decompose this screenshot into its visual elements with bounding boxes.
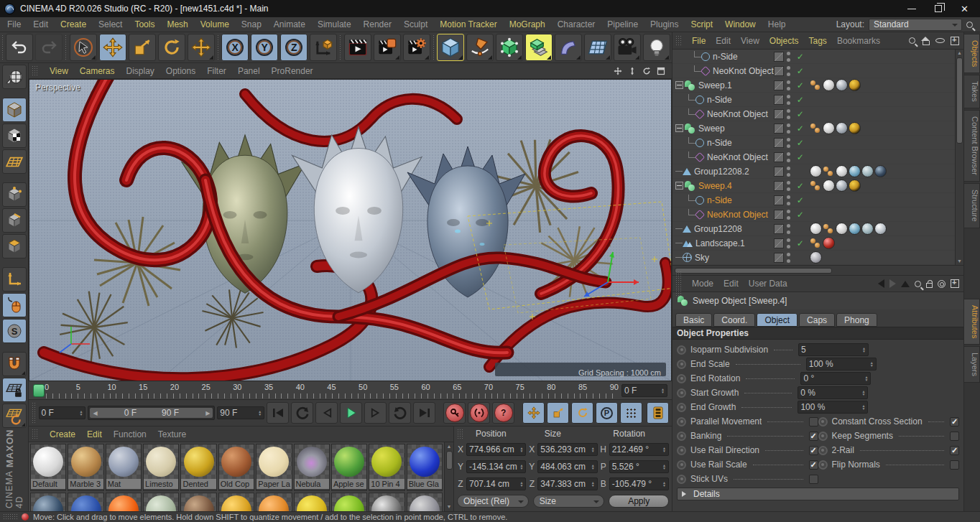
material-item[interactable] (30, 493, 66, 511)
om-grip[interactable] (675, 35, 682, 47)
om-menu-edit[interactable]: Edit (716, 36, 731, 46)
render-to-picture-viewer-button[interactable] (374, 34, 401, 61)
texture-tag[interactable] (836, 122, 848, 134)
om-add-icon[interactable] (951, 37, 959, 45)
menu-sculpt[interactable]: Sculpt (404, 19, 427, 29)
keyframe-circle-icon[interactable] (677, 360, 686, 369)
visibility-dots[interactable] (787, 52, 792, 62)
redo-button[interactable] (35, 34, 63, 61)
keyframe-circle-icon[interactable] (677, 446, 686, 455)
viewport-menu-grip[interactable] (32, 65, 38, 77)
am-add-icon[interactable] (951, 279, 959, 288)
viewport-rotate-icon[interactable] (642, 66, 652, 76)
add-cube-button[interactable] (437, 34, 464, 61)
texture-mode-button[interactable] (2, 123, 27, 148)
previous-frame-button[interactable] (315, 402, 338, 424)
keyframe-circle-icon[interactable] (677, 475, 686, 484)
viewport-pan-icon[interactable] (613, 66, 623, 76)
spinner-icon[interactable] (79, 410, 83, 416)
material-item[interactable] (294, 493, 330, 511)
enabled-check[interactable] (795, 152, 805, 162)
visibility-dots[interactable] (787, 181, 792, 191)
object-row[interactable]: n-Side (672, 50, 955, 64)
spinner-icon[interactable] (662, 481, 666, 487)
material-item[interactable] (407, 493, 443, 511)
spinner-icon[interactable] (862, 347, 866, 353)
minimize-icon[interactable] (907, 9, 916, 9)
keyframe-circle-icon[interactable] (677, 403, 686, 412)
record-keyframe-button[interactable] (443, 402, 466, 424)
object-row[interactable]: n-Side (672, 136, 955, 150)
menu-animate[interactable]: Animate (274, 19, 305, 29)
two-rail-checkbox[interactable] (950, 446, 959, 455)
scroll-thumb[interactable] (446, 451, 453, 470)
menu-edit[interactable]: Edit (33, 19, 48, 29)
texture-tag[interactable] (849, 79, 861, 91)
om-menu-tags[interactable]: Tags (809, 36, 827, 46)
spinner-icon[interactable] (870, 361, 874, 367)
material-item[interactable] (218, 493, 254, 511)
am-forward-icon[interactable] (889, 279, 896, 288)
menu-mesh[interactable]: Mesh (167, 19, 188, 29)
keyframe-circle-icon[interactable] (677, 417, 686, 427)
object-row[interactable]: Sweep (672, 121, 955, 136)
spinner-icon[interactable] (519, 447, 523, 452)
layer-toggle[interactable] (774, 80, 784, 90)
toolbar-grip[interactable] (217, 34, 219, 60)
keyframe-circle-icon[interactable] (677, 374, 686, 383)
menu-window[interactable]: Window (725, 19, 756, 29)
vp-menu-panel[interactable]: Panel (238, 66, 260, 76)
subdivision-surface-button[interactable] (496, 34, 523, 61)
compositing-tag[interactable] (810, 79, 822, 91)
visibility-dots[interactable] (787, 66, 792, 76)
enabled-check[interactable] (795, 238, 805, 248)
keying-settings-button[interactable] (647, 402, 669, 424)
object-row[interactable]: Group12208.2 (672, 164, 955, 179)
spinner-icon[interactable] (861, 404, 865, 410)
constant-cross-section-checkbox[interactable] (950, 417, 959, 427)
menu-mograph[interactable]: MoGraph (509, 19, 545, 29)
texture-tag[interactable] (849, 122, 861, 134)
material-item[interactable]: Dented (180, 444, 216, 491)
om-menu-objects[interactable]: Objects (769, 36, 799, 46)
layer-toggle[interactable] (774, 210, 784, 220)
material-item[interactable]: Paper La (256, 444, 292, 491)
material-item[interactable]: Marble 3 (68, 444, 103, 491)
position-x-field[interactable]: 774.966 cm (466, 443, 526, 456)
am-parent-icon[interactable] (901, 281, 910, 287)
material-item[interactable]: Limesto (143, 444, 179, 491)
object-row[interactable]: Group12208 (672, 222, 955, 236)
material-scrollbar[interactable]: ▲ ▼ (444, 442, 453, 511)
texture-tag[interactable] (849, 165, 861, 177)
layer-toggle[interactable] (774, 238, 784, 248)
end-frame-field[interactable]: 90 F (217, 406, 264, 419)
next-key-button[interactable] (389, 402, 411, 424)
material-item[interactable]: Apple se (331, 444, 367, 491)
spinner-icon[interactable] (519, 464, 523, 470)
visibility-dots[interactable] (787, 167, 792, 177)
enabled-check[interactable] (795, 123, 805, 134)
end-growth-field[interactable]: 100 % (798, 401, 868, 414)
om-menu-bookmarks[interactable]: Bookmarks (837, 36, 880, 46)
restore-icon[interactable] (935, 5, 942, 12)
start-growth-field[interactable]: 0 % (798, 386, 868, 399)
model-mode-button[interactable] (2, 98, 27, 122)
camera-button[interactable] (614, 34, 641, 61)
am-lock-icon[interactable] (926, 283, 933, 288)
edges-mode-button[interactable] (2, 208, 27, 233)
previous-key-button[interactable] (291, 402, 313, 424)
menu-help[interactable]: Help (768, 19, 786, 29)
menu-volume[interactable]: Volume (200, 19, 229, 29)
texture-tag[interactable] (836, 165, 848, 177)
tab-structure[interactable]: Structure (964, 183, 980, 228)
coord-size-dropdown[interactable]: Size (533, 495, 605, 508)
am-search-icon[interactable] (915, 281, 921, 287)
visibility-dots[interactable] (787, 80, 792, 90)
layer-toggle[interactable] (774, 95, 784, 105)
layer-toggle[interactable] (774, 123, 784, 134)
texture-tag[interactable] (849, 223, 861, 235)
object-row[interactable]: NeoKnot Object (672, 107, 955, 121)
layer-toggle[interactable] (774, 224, 784, 234)
compositing-tag[interactable] (823, 165, 835, 177)
use-rail-direction-checkbox[interactable] (809, 446, 818, 455)
